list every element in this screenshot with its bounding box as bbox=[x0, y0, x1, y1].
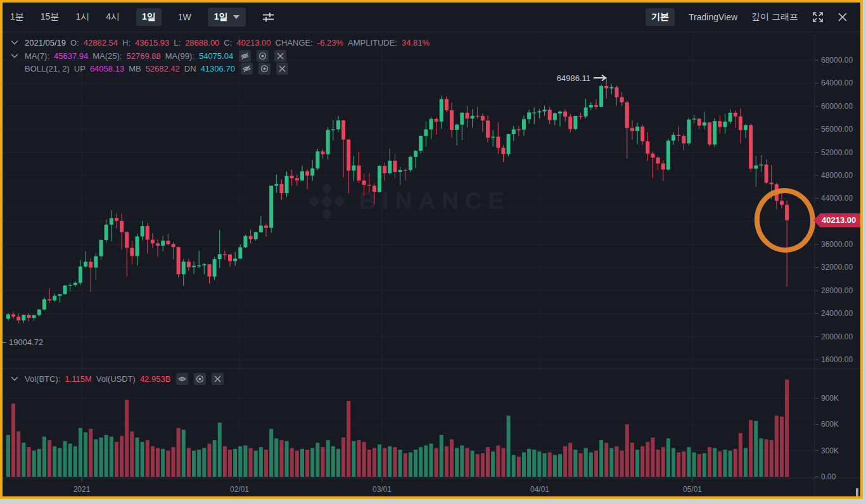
chart-toolbar: 1분 15분 1시 4시 1일 1W 1일 기본 bbox=[3, 3, 860, 32]
time-axis[interactable]: 202102/0103/0104/0105/01 bbox=[73, 478, 703, 494]
svg-text:05/01: 05/01 bbox=[683, 485, 702, 494]
tab-depth-graph[interactable]: 깊이 그래프 bbox=[751, 11, 798, 23]
interval-1w-button[interactable]: 1W bbox=[178, 12, 191, 22]
boll-visibility-button[interactable] bbox=[241, 63, 253, 75]
interval-15m-button[interactable]: 15분 bbox=[41, 11, 60, 23]
low-value: 28688.00 bbox=[185, 38, 219, 47]
svg-text:36000.00: 36000.00 bbox=[821, 240, 853, 249]
collapse-ma-button[interactable] bbox=[9, 53, 20, 58]
svg-text:04/01: 04/01 bbox=[530, 485, 549, 494]
svg-text:16000.00: 16000.00 bbox=[821, 355, 853, 364]
low-annotation-label: 19004.72 bbox=[9, 337, 43, 347]
svg-text:52000.00: 52000.00 bbox=[821, 148, 853, 157]
ma-settings-button[interactable] bbox=[257, 50, 269, 62]
vol-btc-label: Vol(BTC): bbox=[25, 374, 60, 384]
axis-lines bbox=[3, 34, 860, 496]
svg-text:44000.00: 44000.00 bbox=[821, 194, 853, 203]
price-axis[interactable]: 68000.0064000.0060000.0056000.0052000.00… bbox=[815, 56, 853, 364]
interval-dropdown[interactable]: 1일 bbox=[208, 8, 246, 27]
collapse-volume-button[interactable] bbox=[9, 376, 20, 381]
boll-settings-button[interactable] bbox=[258, 63, 271, 75]
eye-off-icon bbox=[241, 52, 249, 60]
boll-remove-button[interactable] bbox=[276, 63, 288, 75]
change-label: CHANGE: bbox=[276, 38, 313, 47]
svg-text:600K: 600K bbox=[821, 420, 839, 429]
boll-dn-label: DN bbox=[184, 64, 196, 73]
boll-mb-label: MB bbox=[129, 64, 141, 73]
volume-visibility-button[interactable] bbox=[176, 373, 188, 385]
amplitude-value: 34.81% bbox=[402, 38, 430, 47]
open-label: O: bbox=[70, 38, 79, 47]
ma25-label: MA(25): bbox=[92, 51, 122, 61]
ma-visibility-button[interactable] bbox=[239, 50, 251, 62]
volume-axis[interactable]: 900K600K300K0.00 bbox=[815, 394, 839, 481]
low-label: L: bbox=[174, 38, 181, 47]
close-chart-button[interactable] bbox=[837, 12, 848, 22]
last-price-tag: 40213.00 bbox=[813, 213, 862, 227]
svg-text:03/01: 03/01 bbox=[373, 485, 392, 494]
svg-text:28000.00: 28000.00 bbox=[821, 286, 853, 295]
volume-settings-button[interactable] bbox=[194, 373, 206, 385]
chevron-down-icon bbox=[11, 376, 18, 381]
tab-basic-chart[interactable]: 기본 bbox=[646, 8, 675, 26]
svg-text:20000.00: 20000.00 bbox=[821, 332, 853, 341]
eye-icon bbox=[178, 375, 186, 383]
svg-text:60000.00: 60000.00 bbox=[821, 102, 853, 111]
collapse-ohlc-button[interactable] bbox=[9, 40, 20, 45]
fullscreen-button[interactable] bbox=[812, 11, 824, 23]
ma-remove-button[interactable] bbox=[274, 50, 286, 62]
svg-text:2021: 2021 bbox=[73, 485, 91, 494]
sliders-icon bbox=[262, 11, 274, 23]
ma7-value: 45637.94 bbox=[54, 51, 88, 61]
interval-toolbar: 1분 15분 1시 4시 1일 1W 1일 bbox=[10, 8, 274, 27]
svg-text:300K: 300K bbox=[821, 446, 839, 455]
close-icon bbox=[837, 12, 848, 22]
boll-up-value: 64058.13 bbox=[90, 64, 124, 73]
x-icon bbox=[214, 375, 221, 382]
ma99-label: MA(99): bbox=[165, 51, 194, 61]
chevron-down-icon bbox=[11, 40, 18, 45]
svg-text:02/01: 02/01 bbox=[230, 485, 249, 494]
candle-date: 2021/05/19 bbox=[25, 38, 66, 47]
svg-text:32000.00: 32000.00 bbox=[821, 263, 853, 272]
change-value: -6.23% bbox=[317, 38, 343, 47]
chart-window: BINANCE 68000.0064000.0060000.0056000.00… bbox=[0, 0, 863, 499]
target-icon bbox=[260, 65, 269, 73]
caret-down-icon bbox=[233, 15, 239, 19]
chevron-down-icon bbox=[11, 53, 18, 58]
annotations: 64986.1119004.72 bbox=[3, 73, 817, 347]
volume-legend-row: Vol(BTC): 1.115M Vol(USDT) 42.953B bbox=[9, 372, 224, 385]
svg-text:900K: 900K bbox=[821, 394, 839, 403]
high-value: 43615.93 bbox=[135, 38, 169, 47]
interval-1m-button[interactable]: 1분 bbox=[10, 11, 24, 23]
interval-1h-button[interactable]: 1시 bbox=[75, 11, 89, 23]
x-icon bbox=[277, 53, 284, 60]
close-label: C: bbox=[224, 38, 232, 47]
target-icon bbox=[196, 375, 204, 383]
expand-icon bbox=[812, 11, 824, 23]
interval-1d-button[interactable]: 1일 bbox=[136, 8, 162, 26]
svg-text:56000.00: 56000.00 bbox=[821, 125, 853, 134]
x-icon bbox=[279, 65, 286, 72]
ma99-value: 54075.04 bbox=[199, 51, 233, 61]
volume-remove-button[interactable] bbox=[212, 373, 224, 385]
svg-text:0.00: 0.00 bbox=[821, 472, 836, 481]
amplitude-label: AMPLITUDE: bbox=[348, 38, 397, 47]
svg-text:64000.00: 64000.00 bbox=[821, 79, 853, 87]
chart-settings-button[interactable] bbox=[262, 11, 274, 23]
ath-annotation-label: 64986.11 bbox=[557, 73, 590, 83]
chart-mode-toolbar: 기본 TradingView 깊이 그래프 bbox=[646, 8, 848, 26]
scrollbar-handle[interactable] bbox=[856, 488, 858, 496]
boll-name: BOLL(21, 2) bbox=[25, 64, 70, 73]
ohlc-legend-row: 2021/05/19 O: 42882.54 H: 43615.93 L: 28… bbox=[9, 36, 430, 49]
ma25-value: 52769.88 bbox=[126, 51, 160, 61]
price-chart[interactable]: 68000.0064000.0060000.0056000.0052000.00… bbox=[3, 3, 860, 496]
close-value: 40213.00 bbox=[236, 38, 271, 47]
interval-4h-button[interactable]: 4시 bbox=[106, 11, 120, 23]
boll-up-label: UP bbox=[74, 64, 86, 73]
vol-btc-value: 1.115M bbox=[65, 374, 91, 384]
vol-usdt-value: 42.953B bbox=[140, 374, 170, 384]
boll-mb-value: 52682.42 bbox=[146, 64, 180, 73]
svg-text:48000.00: 48000.00 bbox=[821, 171, 853, 180]
tab-tradingview[interactable]: TradingView bbox=[689, 12, 737, 22]
